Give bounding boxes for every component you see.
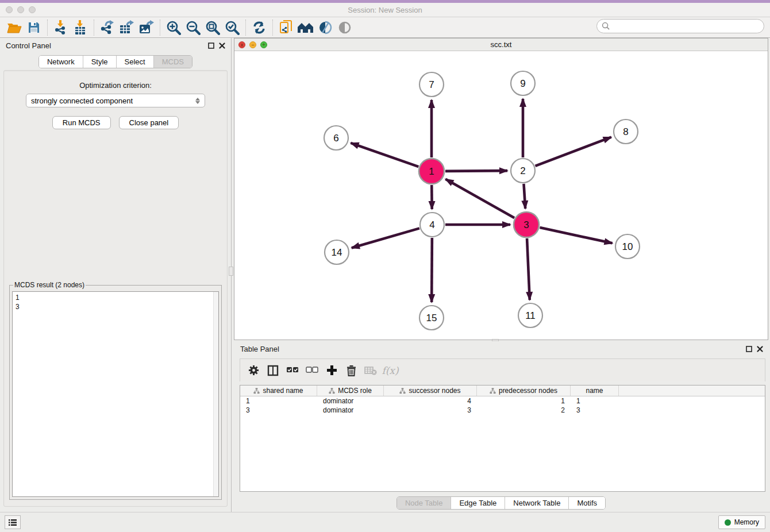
tab-node-table[interactable]: Node Table <box>397 497 451 509</box>
table-panel-title: Table Panel <box>240 345 279 353</box>
table-cell[interactable]: 4 <box>384 396 477 406</box>
select-chevrons-icon <box>195 98 200 104</box>
graph-edge-1-6[interactable] <box>351 143 418 167</box>
column-header-name[interactable]: name <box>571 385 619 396</box>
mcds-result-text[interactable]: 13 <box>12 291 219 497</box>
graph-node-10[interactable]: 10 <box>615 234 640 259</box>
save-session-icon[interactable] <box>24 19 44 36</box>
column-header-label: name <box>586 387 603 395</box>
function-builder-icon[interactable]: f(x) <box>382 363 399 379</box>
import-network-icon[interactable] <box>51 19 71 36</box>
search-field[interactable] <box>596 19 764 33</box>
columns-icon[interactable] <box>264 363 282 379</box>
main-titlebar[interactable]: Session: New Session <box>0 3 770 17</box>
export-image-icon[interactable] <box>137 19 156 36</box>
table-row[interactable]: 1dominator411 <box>240 396 765 406</box>
float-panel-icon[interactable] <box>208 43 214 49</box>
graph-node-2[interactable]: 2 <box>511 159 535 183</box>
graph-edge-3-10[interactable] <box>540 228 612 243</box>
graph-node-3[interactable]: 3 <box>514 212 539 237</box>
graph-node-6[interactable]: 6 <box>324 126 348 150</box>
graph-node-11[interactable]: 11 <box>518 303 542 327</box>
table-cell[interactable]: 1 <box>240 396 317 406</box>
tab-network-table[interactable]: Network Table <box>505 497 568 509</box>
float-table-panel-icon[interactable] <box>746 346 752 352</box>
tab-mcds[interactable]: MCDS <box>153 56 192 68</box>
svg-text:11: 11 <box>525 310 536 321</box>
home-neighbors-icon[interactable] <box>296 19 315 36</box>
graph-node-9[interactable]: 9 <box>511 71 535 95</box>
search-input[interactable] <box>613 21 764 32</box>
criterion-select[interactable]: strongly connected component <box>26 94 205 107</box>
memory-label: Memory <box>734 518 759 526</box>
tab-select[interactable]: Select <box>116 56 153 68</box>
table-cell[interactable]: 1 <box>477 396 571 406</box>
table-cell[interactable]: 3 <box>384 406 477 415</box>
svg-text:6: 6 <box>333 133 338 144</box>
result-scrollbar[interactable] <box>213 292 218 496</box>
export-table-icon[interactable] <box>117 19 137 36</box>
table-cell[interactable]: 2 <box>477 406 571 415</box>
table-cell[interactable]: dominator <box>317 396 384 406</box>
vertical-splitter-handle[interactable] <box>229 267 233 276</box>
tab-edge-table[interactable]: Edge Table <box>451 497 505 509</box>
close-table-panel-icon[interactable] <box>757 346 763 352</box>
vizmapper-icon[interactable] <box>315 19 335 36</box>
graph-edge-1-2[interactable] <box>445 171 507 171</box>
graph-node-15[interactable]: 15 <box>419 306 444 330</box>
add-icon[interactable] <box>323 363 340 379</box>
tab-network[interactable]: Network <box>39 56 83 68</box>
refresh-layout-icon[interactable] <box>249 19 269 36</box>
select-all-icon[interactable] <box>284 363 301 379</box>
zoom-out-icon[interactable] <box>183 19 203 36</box>
delete-icon[interactable] <box>342 363 360 379</box>
zoom-fit-icon[interactable] <box>203 19 222 36</box>
svg-text:14: 14 <box>332 247 342 258</box>
control-panel-tabs: NetworkStyleSelectMCDS <box>0 55 231 68</box>
tab-motifs[interactable]: Motifs <box>568 497 605 509</box>
graph-edge-2-3[interactable] <box>523 184 525 209</box>
open-file-icon[interactable] <box>5 19 24 36</box>
table-cell[interactable]: 3 <box>571 406 619 415</box>
control-panel: Control Panel NetworkStyleSelectMCDS Opt… <box>0 38 232 512</box>
tab-style[interactable]: Style <box>83 56 116 68</box>
memory-button[interactable]: Memory <box>718 515 765 529</box>
graph-edge-4-14[interactable] <box>352 228 419 248</box>
graph-node-8[interactable]: 8 <box>614 119 638 144</box>
graph-node-14[interactable]: 14 <box>325 240 349 264</box>
column-header-successor-nodes[interactable]: successor nodes <box>384 385 477 396</box>
column-header-shared-name[interactable]: shared name <box>240 385 317 396</box>
graph-edge-3-11[interactable] <box>527 238 530 300</box>
column-header-predecessor-nodes[interactable]: predecessor nodes <box>477 385 571 396</box>
graph-edge-2-8[interactable] <box>536 137 611 166</box>
table-cell[interactable]: 1 <box>571 396 619 406</box>
import-table-icon[interactable] <box>71 19 90 36</box>
clone-network-icon[interactable] <box>276 19 296 36</box>
zoom-in-icon[interactable] <box>164 19 183 36</box>
gear-icon[interactable] <box>245 363 262 379</box>
network-canvas-svg[interactable]: 7968124314101511 <box>234 51 768 340</box>
graph-node-7[interactable]: 7 <box>419 72 444 97</box>
close-panel-button[interactable]: Close panel <box>119 116 179 129</box>
close-panel-icon[interactable] <box>219 43 225 49</box>
deselect-all-icon[interactable] <box>303 363 321 379</box>
table-tabs: Node TableEdge TableNetwork TableMotifs <box>232 496 770 510</box>
birdseye-icon[interactable] <box>335 19 355 36</box>
table-cell[interactable]: 3 <box>240 406 317 415</box>
status-bar: Memory <box>0 512 770 532</box>
delete-column-icon[interactable] <box>362 363 379 379</box>
graph-edge-4-15[interactable] <box>432 238 432 302</box>
task-history-button[interactable] <box>5 515 21 529</box>
column-header-MCDS-role[interactable]: MCDS role <box>317 385 384 396</box>
export-network-icon[interactable] <box>98 19 117 36</box>
node-table[interactable]: shared nameMCDS rolesuccessor nodesprede… <box>240 385 765 492</box>
zoom-selected-icon[interactable] <box>222 19 242 36</box>
graph-node-4[interactable]: 4 <box>420 213 444 237</box>
svg-text:2: 2 <box>520 165 525 176</box>
table-cell[interactable]: dominator <box>317 406 384 415</box>
table-row[interactable]: 3dominator323 <box>240 406 765 415</box>
graph-node-1[interactable]: 1 <box>419 159 444 184</box>
run-mcds-button[interactable]: Run MCDS <box>52 116 111 129</box>
graph-edge-3-1[interactable] <box>445 179 514 218</box>
network-window-titlebar[interactable]: x – + scc.txt <box>234 38 768 51</box>
